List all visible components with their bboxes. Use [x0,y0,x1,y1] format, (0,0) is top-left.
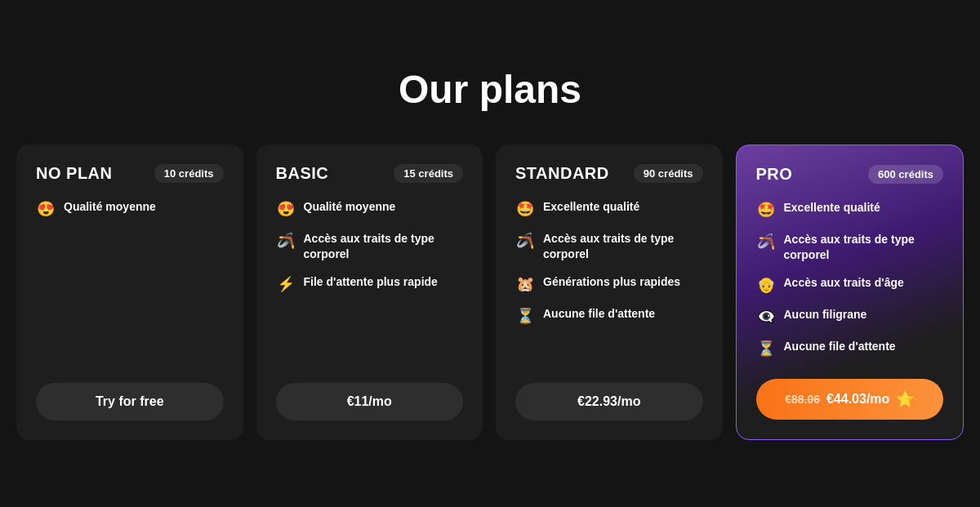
plans-container: NO PLAN10 crédits😍Qualité moyenneTry for… [16,145,964,441]
feature-icon-standard-2: 🐹 [515,274,535,295]
feature-item-pro-1: 🪃Accès aux traits de type corporel [756,232,944,264]
cta-button-no-plan[interactable]: Try for free [36,383,224,420]
plan-card-basic: BASIC15 crédits😍Qualité moyenne🪃Accès au… [256,145,483,441]
feature-icon-standard-0: 🤩 [515,199,535,220]
feature-item-basic-2: ⚡File d'attente plus rapide [276,274,464,295]
cta-label-pro: €44.03/mo [826,392,889,407]
star-icon-pro: ⭐ [896,390,914,408]
feature-text-standard-1: Accès aux traits de type corporel [543,231,703,263]
plan-header-standard: STANDARD90 crédits [515,164,703,183]
feature-icon-standard-1: 🪃 [515,231,535,251]
cta-label-no-plan: Try for free [96,394,164,409]
original-price-pro: €88.06 [785,393,820,406]
credits-badge-no-plan: 10 crédits [154,164,224,183]
feature-item-standard-1: 🪃Accès aux traits de type corporel [515,231,703,263]
feature-text-standard-2: Générations plus rapides [543,274,680,291]
page-title: Our plans [399,67,581,112]
credits-badge-standard: 90 crédits [634,164,703,183]
feature-text-pro-3: Aucun filigrane [784,307,867,323]
feature-item-standard-0: 🤩Excellente qualité [515,199,703,220]
feature-item-pro-0: 🤩Excellente qualité [756,200,944,220]
feature-text-pro-0: Excellente qualité [784,200,880,216]
features-list-no-plan: 😍Qualité moyenne [36,199,224,364]
credits-badge-basic: 15 crédits [394,164,463,183]
plan-card-pro: PRO600 crédits🤩Excellente qualité🪃Accès … [736,145,964,441]
feature-icon-basic-0: 😍 [276,199,296,220]
feature-text-pro-2: Accès aux traits d'âge [784,275,904,291]
feature-item-basic-1: 🪃Accès aux traits de type corporel [276,231,464,263]
cta-label-basic: €11/mo [347,394,392,409]
cta-button-standard[interactable]: €22.93/mo [515,383,703,420]
cta-button-pro[interactable]: €88.06€44.03/mo⭐ [756,379,944,420]
cta-label-standard: €22.93/mo [577,394,640,409]
feature-icon-no-plan-0: 😍 [36,199,56,220]
plan-cta-standard: €22.93/mo [515,383,703,420]
plan-cta-no-plan: Try for free [36,383,224,420]
feature-item-standard-3: ⏳Aucune file d'attente [515,306,703,327]
plan-name-standard: STANDARD [515,164,609,183]
features-list-standard: 🤩Excellente qualité🪃Accès aux traits de … [515,199,703,364]
plan-name-basic: BASIC [276,164,329,183]
feature-icon-pro-1: 🪃 [756,232,776,252]
feature-text-pro-4: Aucune file d'attente [784,339,896,355]
feature-item-pro-4: ⏳Aucune file d'attente [756,339,944,359]
plan-card-no-plan: NO PLAN10 crédits😍Qualité moyenneTry for… [16,145,243,441]
feature-item-standard-2: 🐹Générations plus rapides [515,274,703,295]
plan-name-pro: PRO [756,165,793,184]
feature-item-no-plan-0: 😍Qualité moyenne [36,199,224,220]
plan-header-pro: PRO600 crédits [756,165,944,184]
feature-item-basic-0: 😍Qualité moyenne [276,199,464,220]
feature-text-basic-0: Qualité moyenne [304,199,396,216]
feature-text-standard-0: Excellente qualité [543,199,639,216]
feature-text-pro-1: Accès aux traits de type corporel [784,232,944,264]
feature-icon-pro-0: 🤩 [756,200,776,220]
plan-cta-basic: €11/mo [276,383,464,420]
credits-badge-pro: 600 crédits [868,165,943,184]
feature-icon-pro-2: 👴 [756,275,776,296]
feature-icon-standard-3: ⏳ [515,306,535,327]
feature-text-basic-2: File d'attente plus rapide [304,274,438,291]
plan-header-basic: BASIC15 crédits [276,164,464,183]
features-list-basic: 😍Qualité moyenne🪃Accès aux traits de typ… [276,199,464,364]
feature-icon-basic-2: ⚡ [276,274,296,295]
features-list-pro: 🤩Excellente qualité🪃Accès aux traits de … [756,200,944,360]
feature-text-no-plan-0: Qualité moyenne [64,199,156,216]
feature-text-standard-3: Aucune file d'attente [543,306,655,322]
plan-name-no-plan: NO PLAN [36,164,113,183]
feature-icon-pro-4: ⏳ [756,339,776,359]
feature-item-pro-3: 👁️‍🗨️Aucun filigrane [756,307,944,327]
feature-text-basic-1: Accès aux traits de type corporel [304,231,464,263]
cta-button-basic[interactable]: €11/mo [276,383,464,420]
feature-icon-pro-3: 👁️‍🗨️ [756,307,776,327]
feature-item-pro-2: 👴Accès aux traits d'âge [756,275,944,296]
plan-header-no-plan: NO PLAN10 crédits [36,164,224,183]
plan-card-standard: STANDARD90 crédits🤩Excellente qualité🪃Ac… [496,145,723,441]
plan-cta-pro: €88.06€44.03/mo⭐ [756,379,944,420]
feature-icon-basic-1: 🪃 [276,231,296,251]
